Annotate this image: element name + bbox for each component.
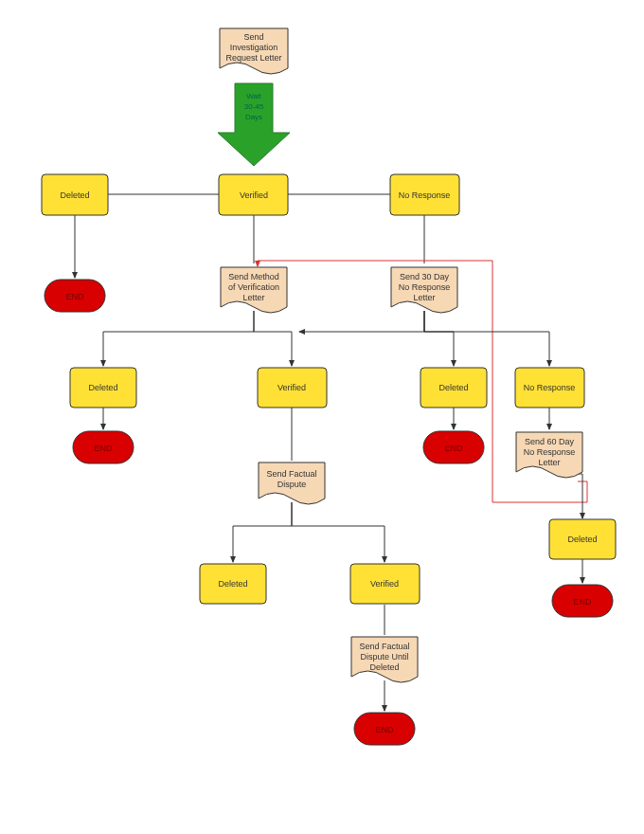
edge: [424, 311, 454, 366]
node-send-method-verification: Send Method of Verification Letter: [221, 267, 287, 313]
label: of Verification: [228, 282, 279, 292]
label: Investigation: [230, 43, 278, 52]
label: Dispute Until: [360, 652, 408, 662]
label: Wait: [246, 92, 261, 100]
label: Dispute: [277, 480, 307, 489]
node-end-5: END: [552, 585, 613, 617]
label: Deleted: [88, 383, 117, 392]
label: END: [65, 292, 84, 301]
node-send-investigation-request: Send Investigation Request Letter: [220, 28, 288, 74]
label: No Response: [524, 447, 576, 457]
node-end-3: END: [423, 431, 484, 463]
node-deleted-2: Deleted: [70, 368, 136, 408]
node-deleted-1: Deleted: [42, 174, 108, 215]
label: Verified: [370, 579, 399, 589]
label: Request Letter: [225, 53, 281, 63]
label: Send 30 Day: [400, 272, 450, 281]
flowchart-canvas: Send Investigation Request Letter Wait 3…: [0, 0, 644, 834]
node-end-2: END: [73, 431, 134, 463]
label: Letter: [242, 293, 264, 302]
label: Deleted: [218, 579, 247, 589]
node-deleted-4: Deleted: [200, 564, 266, 604]
edge: [299, 311, 424, 332]
label: No Response: [399, 190, 451, 200]
label: Send Method: [228, 272, 279, 281]
edge: [254, 311, 292, 366]
label: Deleted: [438, 383, 468, 392]
edge: [424, 311, 549, 366]
label: 30-45: [244, 102, 264, 111]
node-wait-arrow: Wait 30-45 Days: [218, 83, 290, 166]
edge: [292, 502, 385, 562]
label: No Response: [524, 383, 576, 392]
label: END: [375, 725, 394, 734]
edge: [233, 502, 292, 562]
label: Deleted: [567, 535, 597, 544]
node-send-factual-dispute: Send Factual Dispute: [259, 462, 325, 504]
label: END: [444, 444, 463, 453]
node-verified-2: Verified: [258, 368, 327, 408]
node-verified-1: Verified: [219, 174, 288, 215]
node-no-response-1: No Response: [390, 174, 459, 215]
label: END: [94, 444, 113, 453]
node-end-1: END: [45, 280, 105, 312]
node-deleted-5: Deleted: [549, 519, 616, 559]
label: Send Factual: [266, 469, 316, 479]
label: Deleted: [369, 662, 399, 672]
node-send-factual-dispute-until-deleted: Send Factual Dispute Until Deleted: [351, 637, 418, 682]
node-send-30-day-letter: Send 30 Day No Response Letter: [391, 267, 457, 313]
edge: [566, 474, 582, 518]
node-verified-3: Verified: [350, 564, 420, 604]
node-deleted-3: Deleted: [420, 368, 487, 408]
label: Days: [245, 113, 262, 121]
label: END: [573, 597, 592, 607]
label: Send Factual: [359, 642, 409, 651]
label: Deleted: [60, 190, 89, 200]
label: Send 60 Day: [525, 437, 575, 446]
label: Letter: [538, 458, 560, 467]
label: Send: [243, 32, 263, 42]
label: Verified: [277, 383, 306, 392]
label: Verified: [240, 190, 268, 200]
label: No Response: [399, 282, 451, 292]
label: Letter: [413, 293, 435, 302]
edge: [103, 311, 254, 366]
node-send-60-day-letter: Send 60 Day No Response Letter: [516, 432, 582, 478]
node-end-4: END: [354, 713, 415, 745]
node-no-response-2: No Response: [515, 368, 584, 408]
